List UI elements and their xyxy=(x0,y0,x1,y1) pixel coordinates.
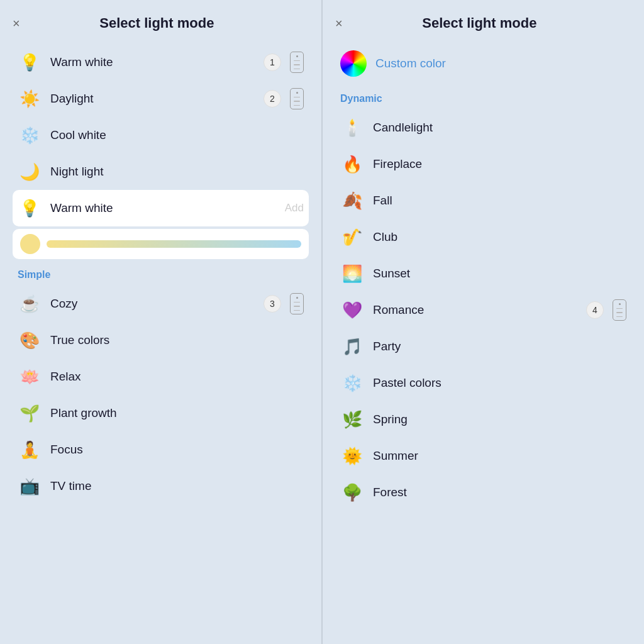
relax-icon: 🪷 xyxy=(18,365,42,389)
fireplace-icon: 🔥 xyxy=(340,152,364,176)
mode-item-spring[interactable]: 🌿 Spring xyxy=(335,401,631,438)
spring-icon: 🌿 xyxy=(340,408,364,431)
forest-icon: 🌳 xyxy=(340,480,364,504)
relax-label: Relax xyxy=(50,370,304,384)
spring-label: Spring xyxy=(373,413,626,426)
cozy-label: Cozy xyxy=(50,297,255,311)
plant-growth-label: Plant growth xyxy=(50,406,304,420)
mode-item-tv-time[interactable]: 📺 TV time xyxy=(13,468,309,504)
basic-items-list: 💡 Warm white 1 ☀️ Daylight 2 ❄️ Cool whi… xyxy=(13,44,309,259)
mode-item-candlelight[interactable]: 🕯️ Candlelight xyxy=(335,109,631,146)
party-icon: 🎵 xyxy=(340,335,364,358)
mode-item-night-light[interactable]: 🌙 Night light xyxy=(13,153,309,190)
right-panel-header: × Select light mode xyxy=(335,15,631,31)
club-icon: 🎷 xyxy=(340,225,364,249)
mode-item-club[interactable]: 🎷 Club xyxy=(335,219,631,255)
left-close-button[interactable]: × xyxy=(13,17,20,30)
mode-item-fall[interactable]: 🍂 Fall xyxy=(335,182,631,219)
focus-label: Focus xyxy=(50,443,304,457)
summer-label: Summer xyxy=(373,449,626,463)
dynamic-items-list: 🕯️ Candlelight 🔥 Fireplace 🍂 Fall 🎷 Club… xyxy=(335,109,631,511)
left-panel-header: × Select light mode xyxy=(13,15,309,31)
party-label: Party xyxy=(373,340,626,353)
sunset-icon: 🌅 xyxy=(340,262,364,286)
simple-section-label: Simple xyxy=(18,269,304,280)
right-panel: × Select light mode Custom color Dynamic… xyxy=(323,0,644,644)
warm-white-1-badge: 1 xyxy=(264,53,281,71)
tv-time-icon: 📺 xyxy=(18,474,42,498)
mode-item-romance[interactable]: 💜 Romance 4 xyxy=(335,292,631,328)
mode-item-cozy[interactable]: ☕ Cozy 3 xyxy=(13,286,309,322)
warm-white-1-label: Warm white xyxy=(50,55,255,69)
fall-label: Fall xyxy=(373,194,626,208)
right-panel-title: Select light mode xyxy=(422,15,536,31)
pastel-colors-label: Pastel colors xyxy=(373,376,626,390)
sunset-label: Sunset xyxy=(373,267,626,280)
mode-item-focus[interactable]: 🧘 Focus xyxy=(13,431,309,468)
mode-item-forest[interactable]: 🌳 Forest xyxy=(335,474,631,511)
custom-color-item[interactable]: Custom color xyxy=(335,44,631,83)
left-panel-title: Select light mode xyxy=(99,15,214,31)
fall-icon: 🍂 xyxy=(340,189,364,213)
candlelight-label: Candlelight xyxy=(373,121,626,135)
forest-label: Forest xyxy=(373,486,626,499)
mode-item-true-colors[interactable]: 🎨 True colors xyxy=(13,322,309,358)
mode-item-cool-white[interactable]: ❄️ Cool white xyxy=(13,117,309,153)
club-label: Club xyxy=(373,230,626,244)
summer-icon: 🌞 xyxy=(340,444,364,468)
daylight-label: Daylight xyxy=(50,92,255,106)
brightness-slider[interactable] xyxy=(47,240,301,248)
mode-item-party[interactable]: 🎵 Party xyxy=(335,328,631,365)
mode-item-pastel-colors[interactable]: ❄️ Pastel colors xyxy=(335,365,631,401)
cool-white-icon: ❄️ xyxy=(18,123,42,147)
fireplace-label: Fireplace xyxy=(373,157,626,171)
mode-item-warm-white-1[interactable]: 💡 Warm white 1 xyxy=(13,44,309,80)
tv-time-label: TV time xyxy=(50,479,304,493)
true-colors-icon: 🎨 xyxy=(18,328,42,352)
dynamic-section-label: Dynamic xyxy=(340,93,626,104)
true-colors-label: True colors xyxy=(50,333,304,347)
mode-item-relax[interactable]: 🪷 Relax xyxy=(13,358,309,395)
cozy-badge: 3 xyxy=(264,295,281,313)
warm-white-2-add: Add xyxy=(285,202,304,214)
pastel-colors-icon: ❄️ xyxy=(340,371,364,395)
romance-remote[interactable] xyxy=(613,299,626,321)
simple-items-list: ☕ Cozy 3 🎨 True colors 🪷 Relax 🌱 Plant g… xyxy=(13,286,309,504)
plant-growth-icon: 🌱 xyxy=(18,401,42,425)
mode-item-fireplace[interactable]: 🔥 Fireplace xyxy=(335,146,631,182)
brightness-slider-row xyxy=(13,229,309,259)
mode-item-summer[interactable]: 🌞 Summer xyxy=(335,438,631,474)
romance-icon: 💜 xyxy=(340,298,364,322)
left-panel: × Select light mode 💡 Warm white 1 ☀️ Da… xyxy=(0,0,321,644)
warm-white-2-label: Warm white xyxy=(50,201,276,215)
warm-white-2-icon: 💡 xyxy=(18,196,42,220)
mode-item-warm-white-2[interactable]: 💡 Warm white Add xyxy=(13,190,309,226)
color-wheel-icon xyxy=(340,50,367,77)
cozy-remote[interactable] xyxy=(290,293,304,314)
mode-item-daylight[interactable]: ☀️ Daylight 2 xyxy=(13,80,309,117)
mode-item-sunset[interactable]: 🌅 Sunset xyxy=(335,255,631,292)
warm-white-1-icon: 💡 xyxy=(18,50,42,74)
mode-item-plant-growth[interactable]: 🌱 Plant growth xyxy=(13,395,309,431)
candlelight-icon: 🕯️ xyxy=(340,116,364,140)
romance-label: Romance xyxy=(373,303,577,317)
focus-icon: 🧘 xyxy=(18,438,42,462)
daylight-icon: ☀️ xyxy=(18,87,42,111)
night-light-icon: 🌙 xyxy=(18,160,42,184)
warm-white-1-remote[interactable] xyxy=(290,52,304,73)
right-close-button[interactable]: × xyxy=(335,17,343,30)
slider-circle xyxy=(20,234,40,254)
night-light-label: Night light xyxy=(50,165,304,179)
custom-color-label: Custom color xyxy=(375,57,446,70)
cool-white-label: Cool white xyxy=(50,128,304,142)
daylight-badge: 2 xyxy=(264,90,281,108)
romance-badge: 4 xyxy=(586,301,604,319)
cozy-icon: ☕ xyxy=(18,292,42,316)
daylight-remote[interactable] xyxy=(290,88,304,109)
